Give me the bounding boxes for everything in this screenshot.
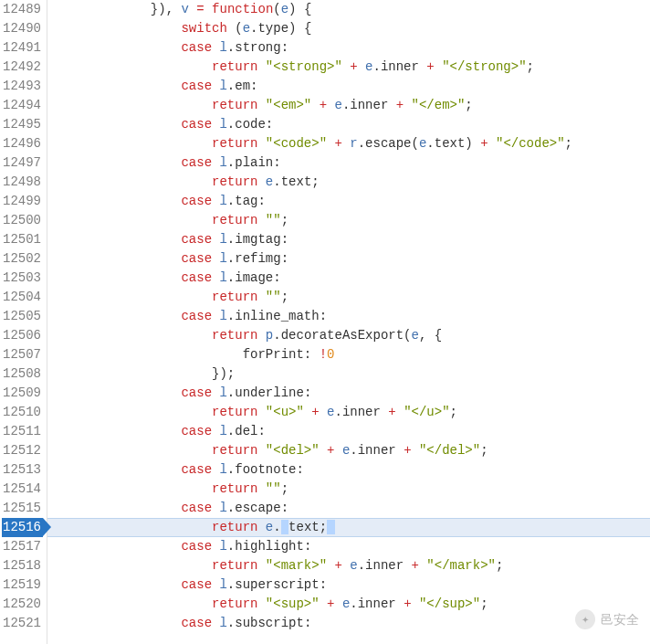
line-number[interactable]: 12512 <box>2 441 43 460</box>
line-number-gutter[interactable]: 1248912490124911249212493124941249512496… <box>0 0 47 644</box>
line-number[interactable]: 12521 <box>2 614 43 633</box>
code-line[interactable]: case l.underline: <box>58 384 650 403</box>
line-number[interactable]: 12514 <box>2 480 43 499</box>
code-line[interactable]: return "<code>" + r.escape(e.text) + "</… <box>58 134 650 153</box>
line-number[interactable]: 12498 <box>2 173 43 192</box>
line-number[interactable]: 12491 <box>2 38 43 58</box>
code-line[interactable]: case l.del: <box>58 422 650 441</box>
code-line[interactable]: case l.refimg: <box>58 249 650 269</box>
code-area[interactable]: }), v = function(e) { switch (e.type) { … <box>47 0 650 644</box>
line-number[interactable]: 12497 <box>2 153 43 173</box>
code-line[interactable]: case l.escape: <box>58 499 650 518</box>
line-number[interactable]: 12508 <box>2 364 43 384</box>
code-line[interactable]: return p.decorateAsExport(e, { <box>58 326 650 345</box>
wechat-icon: ✦ <box>575 609 595 629</box>
code-line[interactable]: return "<sup>" + e.inner + "</sup>"; <box>58 595 650 614</box>
line-number[interactable]: 12515 <box>2 499 43 518</box>
line-number[interactable]: 12489 <box>2 0 43 19</box>
line-number[interactable]: 12518 <box>2 556 43 575</box>
code-line[interactable]: }); <box>58 364 650 384</box>
code-line[interactable]: return ""; <box>58 288 650 307</box>
line-number[interactable]: 12519 <box>2 575 43 595</box>
line-number[interactable]: 12513 <box>2 460 43 480</box>
code-line[interactable]: case l.inline_math: <box>58 307 650 326</box>
code-line[interactable]: case l.plain: <box>58 153 650 173</box>
code-line[interactable]: case l.em: <box>58 77 650 96</box>
line-number[interactable]: 12517 <box>2 537 43 556</box>
watermark: ✦ 邑安全 <box>575 609 639 629</box>
code-line[interactable]: case l.strong: <box>58 38 650 58</box>
code-line[interactable]: case l.highlight: <box>58 537 650 556</box>
code-line[interactable]: return ""; <box>58 480 650 499</box>
line-number[interactable]: 12501 <box>2 230 43 249</box>
code-line[interactable]: switch (e.type) { <box>58 19 650 38</box>
code-line[interactable]: return ""; <box>58 211 650 230</box>
code-line[interactable]: }), v = function(e) { <box>58 0 650 19</box>
line-number[interactable]: 12504 <box>2 288 43 307</box>
code-line[interactable]: return "<mark>" + e.inner + "</mark>"; <box>58 556 650 575</box>
code-line[interactable]: return e. text; <box>47 518 650 537</box>
code-editor[interactable]: 1248912490124911249212493124941249512496… <box>0 0 650 644</box>
line-number[interactable]: 12495 <box>2 115 43 134</box>
code-line[interactable]: case l.superscript: <box>58 575 650 595</box>
line-number[interactable]: 12493 <box>2 77 43 96</box>
line-number[interactable]: 12499 <box>2 192 43 211</box>
line-number[interactable]: 12496 <box>2 134 43 153</box>
code-line[interactable]: forPrint: !0 <box>58 345 650 364</box>
code-line[interactable]: return "<strong>" + e.inner + "</strong>… <box>58 58 650 77</box>
line-number[interactable]: 12502 <box>2 249 43 269</box>
code-line[interactable]: return e.text; <box>58 173 650 192</box>
code-line[interactable]: case l.tag: <box>58 192 650 211</box>
watermark-text: 邑安全 <box>601 610 639 629</box>
line-number[interactable]: 12490 <box>2 19 43 38</box>
line-number[interactable]: 12500 <box>2 211 43 230</box>
code-line[interactable]: case l.code: <box>58 115 650 134</box>
line-number[interactable]: 12494 <box>2 96 43 115</box>
line-number[interactable]: 12511 <box>2 422 43 441</box>
line-number[interactable]: 12492 <box>2 58 43 77</box>
line-number[interactable]: 12516 <box>2 518 43 537</box>
code-line[interactable]: case l.image: <box>58 269 650 288</box>
line-number[interactable]: 12505 <box>2 307 43 326</box>
line-number[interactable]: 12507 <box>2 345 43 364</box>
line-number[interactable]: 12509 <box>2 384 43 403</box>
code-line[interactable]: case l.imgtag: <box>58 230 650 249</box>
code-line[interactable]: return "<del>" + e.inner + "</del>"; <box>58 441 650 460</box>
code-line[interactable]: case l.subscript: <box>58 614 650 633</box>
code-line[interactable]: return "<u>" + e.inner + "</u>"; <box>58 403 650 422</box>
line-number[interactable]: 12510 <box>2 403 43 422</box>
line-number[interactable]: 12506 <box>2 326 43 345</box>
code-line[interactable]: case l.footnote: <box>58 460 650 480</box>
code-line[interactable]: return "<em>" + e.inner + "</em>"; <box>58 96 650 115</box>
line-number[interactable]: 12520 <box>2 595 43 614</box>
line-number[interactable]: 12503 <box>2 269 43 288</box>
